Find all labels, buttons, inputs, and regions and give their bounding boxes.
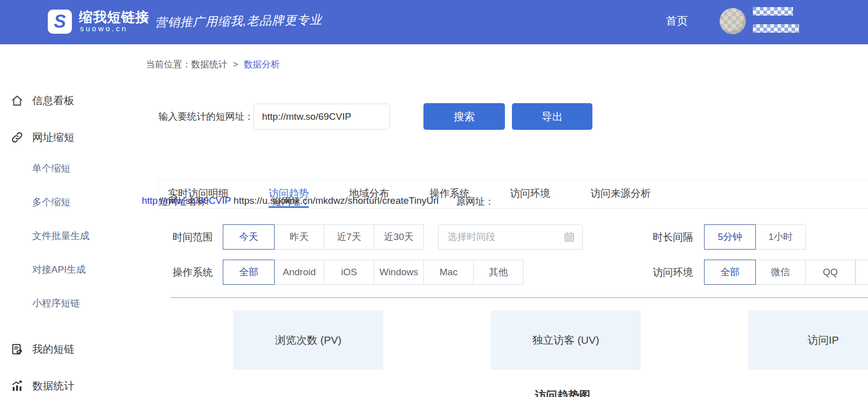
chart-title: 访问趋势图 xyxy=(487,388,638,397)
os-option-other[interactable]: 其他 xyxy=(473,260,524,285)
sidebar-item-statistics[interactable]: 数据统计 xyxy=(0,377,142,395)
short-url-input[interactable] xyxy=(253,104,390,130)
date-range-placeholder: 选择时间段 xyxy=(448,230,563,244)
os-option-windows[interactable]: Windows xyxy=(374,260,424,285)
stat-card-label: 独立访客 (UV) xyxy=(533,333,599,347)
sidebar-item-api[interactable]: 对接API生成 xyxy=(0,262,142,278)
document-edit-icon xyxy=(11,343,24,356)
time-option-yesterday[interactable]: 昨天 xyxy=(274,224,324,250)
tab-region-distribution[interactable]: 地域分布 xyxy=(349,181,389,208)
sidebar-item-file-batch[interactable]: 文件批量生成 xyxy=(0,228,142,244)
os-option-ios[interactable]: iOS xyxy=(324,260,374,285)
home-icon xyxy=(11,94,24,107)
os-option-android[interactable]: Android xyxy=(274,260,324,285)
interval-label: 时长间隔 xyxy=(653,224,693,250)
os-option-all[interactable]: 全部 xyxy=(223,260,275,285)
sidebar-item-label: 对接API生成 xyxy=(32,263,86,276)
stat-card-pv[interactable]: 浏览次数 (PV) xyxy=(233,310,383,370)
stat-card-label: 访问IP xyxy=(808,333,839,347)
sidebar-item-single-shorten[interactable]: 单个缩短 xyxy=(0,161,142,177)
sidebar-item-dashboard[interactable]: 信息看板 xyxy=(0,92,142,110)
breadcrumb-prefix: 当前位置： xyxy=(146,59,191,69)
interval-group: 5分钟 1小时 xyxy=(704,224,806,250)
breadcrumb-section[interactable]: 数据统计 xyxy=(191,59,227,69)
sidebar-item-label: 信息看板 xyxy=(32,94,74,108)
os-label: 操作系统 xyxy=(172,260,213,285)
user-name-pixelated xyxy=(753,7,793,16)
sidebar-item-label: 我的短链 xyxy=(32,342,74,356)
sidebar-item-multi-shorten[interactable]: 多个缩短 xyxy=(0,194,142,210)
tab-visit-environment[interactable]: 访问环境 xyxy=(510,181,550,208)
sidebar-item-label: 多个缩短 xyxy=(32,196,70,209)
stat-card-ip[interactable]: 访问IP xyxy=(748,310,868,370)
brand-title: 缩我短链接 xyxy=(79,8,149,26)
logo-letter: S xyxy=(54,11,66,32)
breadcrumb-separator: > xyxy=(233,59,238,69)
sidebar-item-label: 网址缩短 xyxy=(32,130,74,144)
breadcrumb-current[interactable]: 数据分析 xyxy=(244,59,280,69)
nav-home-link[interactable]: 首页 xyxy=(666,14,688,29)
tab-realtime-detail[interactable]: 实时访问明细 xyxy=(168,181,228,208)
sidebar-item-label: 单个缩短 xyxy=(32,162,70,175)
interval-option-1hour[interactable]: 1小时 xyxy=(755,224,806,250)
env-option-qq[interactable]: QQ xyxy=(805,260,855,285)
sidebar: 信息看板 网址缩短 单个缩短 多个缩短 文件批量生成 对接API生成 小程序短链 xyxy=(0,44,142,397)
env-option-clipped[interactable] xyxy=(855,260,868,285)
export-button[interactable]: 导出 xyxy=(512,103,592,130)
main-content: 当前位置：数据统计 > 数据分析 输入要统计的短网址： 搜索 导出 短网址名称:… xyxy=(142,44,868,397)
brand-slogan: 营销推广用缩我,老品牌更专业 xyxy=(155,12,322,31)
breadcrumb: 当前位置：数据统计 > 数据分析 xyxy=(146,58,280,70)
sidebar-item-label: 小程序短链 xyxy=(32,297,80,310)
time-range-label: 时间范围 xyxy=(172,224,213,250)
brand-separator: · xyxy=(144,12,149,28)
env-label: 访问环境 xyxy=(653,260,693,285)
sidebar-item-shorten[interactable]: 网址缩短 xyxy=(0,128,142,146)
link-icon xyxy=(11,131,24,144)
section-divider xyxy=(170,297,868,298)
sidebar-item-my-links[interactable]: 我的短链 xyxy=(0,340,142,358)
user-avatar[interactable] xyxy=(720,8,746,34)
search-label: 输入要统计的短网址： xyxy=(158,103,254,130)
calendar-icon xyxy=(563,231,575,243)
time-option-today[interactable]: 今天 xyxy=(223,224,275,250)
env-option-wechat[interactable]: 微信 xyxy=(755,260,806,285)
tab-visit-source[interactable]: 访问来源分析 xyxy=(590,181,651,208)
os-group: 全部 Android iOS Windows Mac 其他 xyxy=(223,260,524,285)
tab-operating-system[interactable]: 操作系统 xyxy=(429,181,470,208)
stat-card-label: 浏览次数 (PV) xyxy=(275,333,341,347)
brand-domain: suowo.cn xyxy=(80,24,128,33)
user-name-pixelated xyxy=(753,24,799,33)
date-range-input[interactable]: 选择时间段 xyxy=(438,224,583,250)
sidebar-item-label: 数据统计 xyxy=(32,379,74,393)
os-option-mac[interactable]: Mac xyxy=(423,260,474,285)
env-group: 全部 微信 QQ xyxy=(704,260,868,285)
time-option-30days[interactable]: 近30天 xyxy=(374,224,424,250)
tab-visit-trend[interactable]: 访问趋势 xyxy=(269,181,309,208)
interval-option-5min[interactable]: 5分钟 xyxy=(704,224,756,250)
sidebar-item-label: 文件批量生成 xyxy=(32,229,90,243)
page: S 缩我短链接 suowo.cn · 营销推广用缩我,老品牌更专业 首页 信息看… xyxy=(0,0,868,397)
sidebar-item-miniprogram[interactable]: 小程序短链 xyxy=(0,295,142,311)
stat-card-uv[interactable]: 独立访客 (UV) xyxy=(491,310,641,370)
env-option-all[interactable]: 全部 xyxy=(704,260,756,285)
brand-logo-icon[interactable]: S xyxy=(48,10,72,34)
header: S 缩我短链接 suowo.cn · 营销推广用缩我,老品牌更专业 首页 xyxy=(0,0,868,44)
analytics-tabbar: 实时访问明细 访问趋势 地域分布 操作系统 访问环境 访问来源分析 xyxy=(158,180,868,209)
time-option-7days[interactable]: 近7天 xyxy=(324,224,374,250)
time-range-group: 今天 昨天 近7天 近30天 xyxy=(223,224,424,250)
search-button[interactable]: 搜索 xyxy=(423,103,505,130)
bar-chart-icon xyxy=(11,379,24,392)
